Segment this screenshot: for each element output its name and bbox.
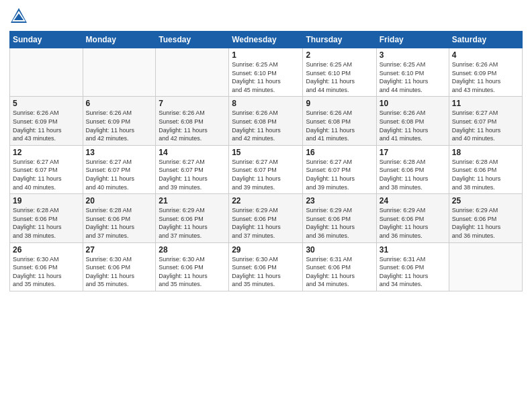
day-info: Sunrise: 6:26 AM Sunset: 6:09 PM Dayligh… bbox=[13, 109, 80, 142]
day-number: 29 bbox=[232, 245, 300, 255]
week-row-2: 5Sunrise: 6:26 AM Sunset: 6:09 PM Daylig… bbox=[10, 97, 523, 145]
calendar-cell: 20Sunrise: 6:28 AM Sunset: 6:06 PM Dayli… bbox=[83, 194, 156, 242]
day-number: 17 bbox=[380, 148, 446, 157]
calendar-cell: 9Sunrise: 6:26 AM Sunset: 6:08 PM Daylig… bbox=[303, 97, 376, 145]
page-header bbox=[9, 7, 523, 26]
day-info: Sunrise: 6:26 AM Sunset: 6:09 PM Dayligh… bbox=[86, 109, 153, 142]
weekday-header-thursday: Thursday bbox=[303, 32, 376, 48]
day-number: 30 bbox=[306, 245, 373, 255]
day-info: Sunrise: 6:28 AM Sunset: 6:06 PM Dayligh… bbox=[452, 158, 519, 191]
day-number: 2 bbox=[306, 50, 373, 60]
day-info: Sunrise: 6:29 AM Sunset: 6:06 PM Dayligh… bbox=[159, 206, 226, 240]
weekday-header-tuesday: Tuesday bbox=[156, 32, 229, 48]
day-number: 13 bbox=[86, 148, 153, 157]
calendar-cell: 7Sunrise: 6:26 AM Sunset: 6:08 PM Daylig… bbox=[156, 97, 229, 145]
calendar-cell: 31Sunrise: 6:31 AM Sunset: 6:06 PM Dayli… bbox=[376, 242, 449, 291]
day-number: 26 bbox=[13, 245, 80, 255]
day-info: Sunrise: 6:26 AM Sunset: 6:08 PM Dayligh… bbox=[232, 109, 300, 142]
calendar-cell: 5Sunrise: 6:26 AM Sunset: 6:09 PM Daylig… bbox=[10, 97, 83, 145]
day-number: 19 bbox=[13, 196, 80, 205]
calendar-cell: 22Sunrise: 6:29 AM Sunset: 6:06 PM Dayli… bbox=[229, 194, 303, 242]
day-info: Sunrise: 6:30 AM Sunset: 6:06 PM Dayligh… bbox=[13, 255, 80, 289]
day-number: 25 bbox=[452, 196, 519, 205]
calendar-cell: 8Sunrise: 6:26 AM Sunset: 6:08 PM Daylig… bbox=[229, 97, 303, 145]
day-number: 11 bbox=[452, 99, 519, 108]
week-row-1: 1Sunrise: 6:25 AM Sunset: 6:10 PM Daylig… bbox=[10, 48, 523, 97]
calendar-cell bbox=[83, 48, 156, 97]
day-number: 18 bbox=[452, 148, 519, 157]
day-info: Sunrise: 6:30 AM Sunset: 6:06 PM Dayligh… bbox=[232, 255, 300, 289]
weekday-header-wednesday: Wednesday bbox=[229, 32, 303, 48]
day-number: 27 bbox=[86, 245, 153, 255]
calendar-cell: 19Sunrise: 6:28 AM Sunset: 6:06 PM Dayli… bbox=[10, 194, 83, 242]
day-number: 1 bbox=[232, 50, 300, 60]
week-row-3: 12Sunrise: 6:27 AM Sunset: 6:07 PM Dayli… bbox=[10, 145, 523, 193]
day-info: Sunrise: 6:26 AM Sunset: 6:09 PM Dayligh… bbox=[452, 60, 519, 94]
day-info: Sunrise: 6:26 AM Sunset: 6:08 PM Dayligh… bbox=[380, 109, 446, 142]
day-info: Sunrise: 6:25 AM Sunset: 6:10 PM Dayligh… bbox=[306, 60, 373, 94]
weekday-header-saturday: Saturday bbox=[449, 32, 522, 48]
weekday-header-friday: Friday bbox=[376, 32, 449, 48]
day-number: 6 bbox=[86, 99, 153, 108]
day-info: Sunrise: 6:27 AM Sunset: 6:07 PM Dayligh… bbox=[232, 158, 300, 191]
day-number: 4 bbox=[452, 50, 519, 60]
day-number: 21 bbox=[159, 196, 226, 205]
logo bbox=[9, 7, 30, 26]
day-number: 31 bbox=[380, 245, 446, 255]
day-info: Sunrise: 6:28 AM Sunset: 6:06 PM Dayligh… bbox=[380, 158, 446, 191]
calendar-cell: 10Sunrise: 6:26 AM Sunset: 6:08 PM Dayli… bbox=[376, 97, 449, 145]
calendar-cell: 4Sunrise: 6:26 AM Sunset: 6:09 PM Daylig… bbox=[449, 48, 522, 97]
day-info: Sunrise: 6:25 AM Sunset: 6:10 PM Dayligh… bbox=[380, 60, 446, 94]
day-info: Sunrise: 6:30 AM Sunset: 6:06 PM Dayligh… bbox=[86, 255, 153, 289]
day-number: 16 bbox=[306, 148, 373, 157]
calendar-cell: 15Sunrise: 6:27 AM Sunset: 6:07 PM Dayli… bbox=[229, 145, 303, 193]
week-row-4: 19Sunrise: 6:28 AM Sunset: 6:06 PM Dayli… bbox=[10, 194, 523, 242]
day-info: Sunrise: 6:27 AM Sunset: 6:07 PM Dayligh… bbox=[159, 158, 226, 191]
day-info: Sunrise: 6:27 AM Sunset: 6:07 PM Dayligh… bbox=[13, 158, 80, 191]
day-info: Sunrise: 6:29 AM Sunset: 6:06 PM Dayligh… bbox=[452, 206, 519, 240]
day-info: Sunrise: 6:31 AM Sunset: 6:06 PM Dayligh… bbox=[380, 255, 446, 289]
day-number: 7 bbox=[159, 99, 226, 108]
calendar-cell: 26Sunrise: 6:30 AM Sunset: 6:06 PM Dayli… bbox=[10, 242, 83, 291]
calendar-cell: 29Sunrise: 6:30 AM Sunset: 6:06 PM Dayli… bbox=[229, 242, 303, 291]
logo-icon bbox=[9, 7, 28, 26]
day-number: 14 bbox=[159, 148, 226, 157]
calendar-cell: 16Sunrise: 6:27 AM Sunset: 6:07 PM Dayli… bbox=[303, 145, 376, 193]
day-info: Sunrise: 6:26 AM Sunset: 6:08 PM Dayligh… bbox=[306, 109, 373, 142]
calendar-cell: 25Sunrise: 6:29 AM Sunset: 6:06 PM Dayli… bbox=[449, 194, 522, 242]
day-number: 20 bbox=[86, 196, 153, 205]
day-number: 22 bbox=[232, 196, 300, 205]
day-number: 24 bbox=[380, 196, 446, 205]
day-number: 10 bbox=[380, 99, 446, 108]
calendar-cell: 11Sunrise: 6:27 AM Sunset: 6:07 PM Dayli… bbox=[449, 97, 522, 145]
calendar-cell bbox=[449, 242, 522, 291]
calendar-cell: 24Sunrise: 6:29 AM Sunset: 6:06 PM Dayli… bbox=[376, 194, 449, 242]
day-number: 12 bbox=[13, 148, 80, 157]
weekday-header-sunday: Sunday bbox=[10, 32, 83, 48]
day-info: Sunrise: 6:27 AM Sunset: 6:07 PM Dayligh… bbox=[86, 158, 153, 191]
calendar-cell: 23Sunrise: 6:29 AM Sunset: 6:06 PM Dayli… bbox=[303, 194, 376, 242]
day-number: 5 bbox=[13, 99, 80, 108]
calendar-cell: 28Sunrise: 6:30 AM Sunset: 6:06 PM Dayli… bbox=[156, 242, 229, 291]
calendar-cell: 17Sunrise: 6:28 AM Sunset: 6:06 PM Dayli… bbox=[376, 145, 449, 193]
day-number: 15 bbox=[232, 148, 300, 157]
day-info: Sunrise: 6:25 AM Sunset: 6:10 PM Dayligh… bbox=[232, 60, 300, 94]
week-row-5: 26Sunrise: 6:30 AM Sunset: 6:06 PM Dayli… bbox=[10, 242, 523, 291]
calendar-cell: 6Sunrise: 6:26 AM Sunset: 6:09 PM Daylig… bbox=[83, 97, 156, 145]
day-info: Sunrise: 6:29 AM Sunset: 6:06 PM Dayligh… bbox=[232, 206, 300, 240]
day-number: 28 bbox=[159, 245, 226, 255]
calendar-cell: 3Sunrise: 6:25 AM Sunset: 6:10 PM Daylig… bbox=[376, 48, 449, 97]
day-info: Sunrise: 6:29 AM Sunset: 6:06 PM Dayligh… bbox=[380, 206, 446, 240]
day-number: 3 bbox=[380, 50, 446, 60]
calendar-cell: 14Sunrise: 6:27 AM Sunset: 6:07 PM Dayli… bbox=[156, 145, 229, 193]
calendar-cell: 12Sunrise: 6:27 AM Sunset: 6:07 PM Dayli… bbox=[10, 145, 83, 193]
day-number: 23 bbox=[306, 196, 373, 205]
calendar-table: SundayMondayTuesdayWednesdayThursdayFrid… bbox=[9, 31, 523, 291]
day-info: Sunrise: 6:31 AM Sunset: 6:06 PM Dayligh… bbox=[306, 255, 373, 289]
day-info: Sunrise: 6:26 AM Sunset: 6:08 PM Dayligh… bbox=[159, 109, 226, 142]
calendar-cell bbox=[10, 48, 83, 97]
day-info: Sunrise: 6:28 AM Sunset: 6:06 PM Dayligh… bbox=[13, 206, 80, 240]
day-info: Sunrise: 6:28 AM Sunset: 6:06 PM Dayligh… bbox=[86, 206, 153, 240]
day-info: Sunrise: 6:27 AM Sunset: 6:07 PM Dayligh… bbox=[306, 158, 373, 191]
day-number: 9 bbox=[306, 99, 373, 108]
